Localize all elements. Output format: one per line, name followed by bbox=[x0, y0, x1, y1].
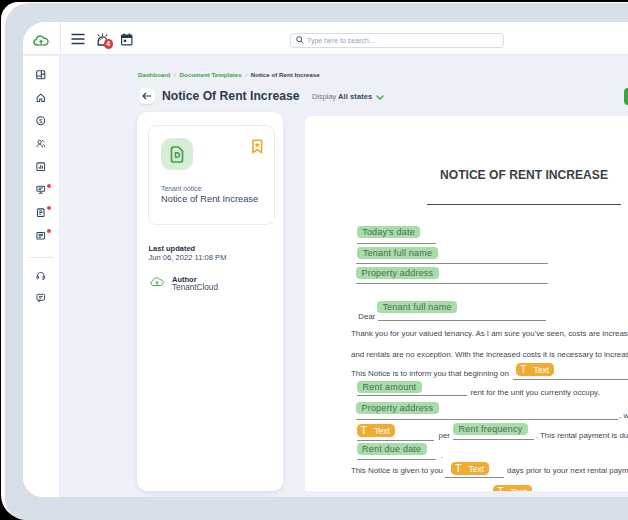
svg-text:$: $ bbox=[39, 117, 43, 124]
